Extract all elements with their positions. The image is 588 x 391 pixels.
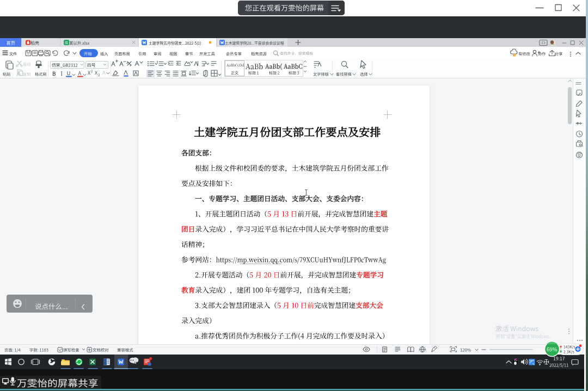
svg-text:S: S xyxy=(65,40,68,45)
